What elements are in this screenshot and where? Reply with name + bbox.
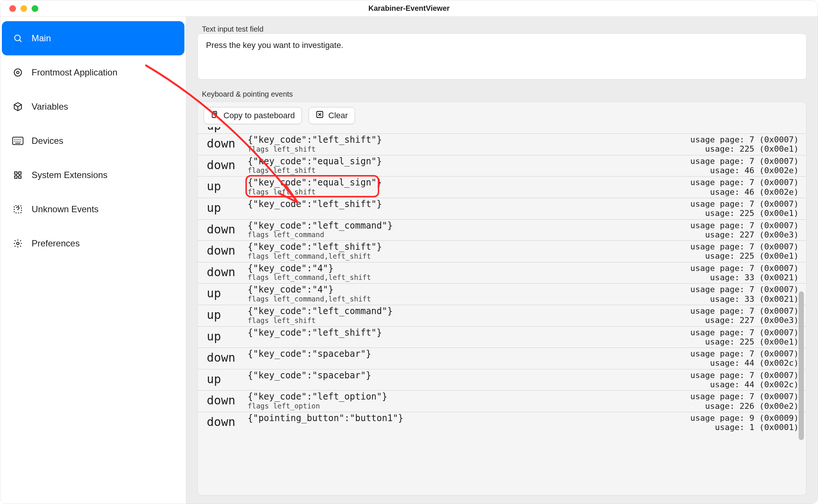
event-flags: flags left_option xyxy=(248,402,690,410)
event-list[interactable]: upusage: 42 (0x002a)down{"key_code":"lef… xyxy=(198,127,806,436)
event-usage-page: usage page: 7 (0x0007) xyxy=(690,221,799,230)
event-row: down{"key_code":"equal_sign"}flags left_… xyxy=(198,155,806,177)
target-icon xyxy=(12,68,23,77)
events-card: Copy to pasteboard Clear xyxy=(197,101,806,495)
event-usage-page: usage page: 7 (0x0007) xyxy=(690,135,799,144)
sidebar-item-label: Main xyxy=(32,33,51,43)
event-usage: usage: 225 (0x00e1) xyxy=(690,144,799,154)
event-row: up{"key_code":"equal_sign"}flags left_sh… xyxy=(198,177,806,198)
event-type: down xyxy=(198,135,245,150)
event-flags: flags left_command,left_shift xyxy=(248,252,690,260)
text-input-field[interactable]: Press the key you want to investigate. xyxy=(197,33,806,80)
event-row: down{"key_code":"4"}flags left_command,l… xyxy=(198,262,806,284)
event-type: down xyxy=(198,242,245,257)
event-type: up xyxy=(198,127,245,132)
sidebar-item-devices[interactable]: Devices xyxy=(2,124,184,158)
event-usage: usage: 227 (0x00e3) xyxy=(690,230,799,239)
event-type: down xyxy=(198,413,245,429)
event-type: up xyxy=(198,199,245,214)
event-code: {"key_code":"4"} xyxy=(248,285,690,295)
sidebar-item-label: Devices xyxy=(32,136,63,146)
event-row: down{"key_code":"left_shift"}flags left_… xyxy=(198,134,806,155)
window-title: Karabiner-EventViewer xyxy=(0,4,818,13)
event-usage: usage: 226 (0x00e2) xyxy=(690,401,799,411)
copy-button[interactable]: Copy to pasteboard xyxy=(204,107,302,124)
clipboard-icon xyxy=(211,110,219,121)
sidebar-item-main[interactable]: Main xyxy=(2,21,184,55)
sidebar-item-label: Preferences xyxy=(32,238,80,249)
event-code: {"key_code":"left_shift"} xyxy=(248,328,690,338)
event-code: {"pointing_button":"button1"} xyxy=(248,413,690,424)
svg-point-1 xyxy=(14,69,22,76)
event-type: up xyxy=(198,178,245,193)
event-row: up{"key_code":"spacebar"}usage page: 7 (… xyxy=(198,369,806,391)
event-usage-page: usage page: 7 (0x0007) xyxy=(690,371,799,380)
event-usage-page: usage page: 7 (0x0007) xyxy=(690,156,799,166)
event-usage: usage: 46 (0x002e) xyxy=(690,166,799,175)
event-type: up xyxy=(198,285,245,300)
sidebar-item-unknown-events[interactable]: Unknown Events xyxy=(2,192,184,226)
puzzle-icon xyxy=(12,170,23,180)
sidebar-item-frontmost-application[interactable]: Frontmost Application xyxy=(2,55,184,90)
event-usage-page: usage page: 7 (0x0007) xyxy=(690,392,799,401)
event-type: down xyxy=(198,264,245,279)
event-type: up xyxy=(198,328,245,343)
event-usage: usage: 227 (0x00e3) xyxy=(690,316,799,325)
cube-icon xyxy=(12,102,23,112)
event-usage-page: usage page: 7 (0x0007) xyxy=(690,306,799,316)
event-usage: usage: 46 (0x002e) xyxy=(690,187,799,197)
titlebar: Karabiner-EventViewer xyxy=(0,0,818,17)
event-type: down xyxy=(198,221,245,236)
event-usage-page: usage page: 7 (0x0007) xyxy=(690,328,799,337)
sidebar-item-variables[interactable]: Variables xyxy=(2,90,184,124)
event-row: up{"key_code":"left_command"}flags left_… xyxy=(198,305,806,327)
svg-point-2 xyxy=(17,71,19,74)
event-usage-page: usage page: 7 (0x0007) xyxy=(690,264,799,273)
event-usage-page: usage page: 7 (0x0007) xyxy=(690,242,799,251)
event-flags: flags left_command xyxy=(248,231,690,239)
event-usage: usage: 33 (0x0021) xyxy=(690,294,799,304)
event-row: upusage: 42 (0x002a) xyxy=(198,127,806,134)
event-row: up{"key_code":"left_shift"}usage page: 7… xyxy=(198,327,806,348)
event-usage: usage: 1 (0x0001) xyxy=(690,423,799,432)
sidebar-item-label: System Extensions xyxy=(32,170,107,180)
clear-button[interactable]: Clear xyxy=(309,107,355,124)
event-row: down{"pointing_button":"button1"}usage p… xyxy=(198,412,806,433)
event-type: down xyxy=(198,349,245,364)
event-usage-page: usage page: 9 (0x0009) xyxy=(690,413,799,423)
event-usage-page: usage page: 7 (0x0007) xyxy=(690,285,799,294)
app-window: Karabiner-EventViewer MainFrontmost Appl… xyxy=(0,0,818,504)
annotation-highlight xyxy=(245,175,379,197)
search-icon xyxy=(12,33,23,43)
event-row: down{"key_code":"spacebar"}usage page: 7… xyxy=(198,348,806,369)
event-usage: usage: 44 (0x002c) xyxy=(690,358,799,368)
scrollbar[interactable] xyxy=(799,291,804,440)
sidebar-item-label: Frontmost Application xyxy=(32,67,117,78)
event-row: down{"key_code":"left_command"}flags lef… xyxy=(198,220,806,241)
event-usage-page: usage page: 7 (0x0007) xyxy=(690,178,799,187)
svg-point-0 xyxy=(15,35,20,41)
sidebar-item-system-extensions[interactable]: System Extensions xyxy=(2,158,184,192)
event-code: {"key_code":"equal_sign"} xyxy=(248,156,690,167)
event-flags: flags left_command,left_shift xyxy=(248,295,690,303)
event-code: {"key_code":"4"} xyxy=(248,264,690,274)
event-code: {"key_code":"left_shift"} xyxy=(248,135,690,145)
svg-rect-7 xyxy=(212,113,216,117)
event-row: up{"key_code":"4"}flags left_command,lef… xyxy=(198,284,806,305)
x-square-icon xyxy=(316,110,324,121)
event-type: down xyxy=(198,156,245,172)
event-row: up{"key_code":"left_shift"}usage page: 7… xyxy=(198,198,806,220)
copy-button-label: Copy to pasteboard xyxy=(223,111,295,120)
event-flags: flags left_shift xyxy=(248,145,690,153)
event-usage-page: usage page: 7 (0x0007) xyxy=(690,349,799,358)
event-code: {"key_code":"left_option"} xyxy=(248,392,690,402)
events-label: Keyboard & pointing events xyxy=(197,90,806,98)
event-usage: usage: 44 (0x002c) xyxy=(690,380,799,389)
sidebar-item-label: Variables xyxy=(32,101,68,112)
main-content: Text input test field Press the key you … xyxy=(186,17,818,504)
event-row: down{"key_code":"left_shift"}flags left_… xyxy=(198,241,806,262)
event-code: {"key_code":"left_command"} xyxy=(248,306,690,317)
sidebar-item-preferences[interactable]: Preferences xyxy=(2,226,184,261)
event-flags: flags left_shift xyxy=(248,167,690,174)
event-type: up xyxy=(198,371,245,386)
